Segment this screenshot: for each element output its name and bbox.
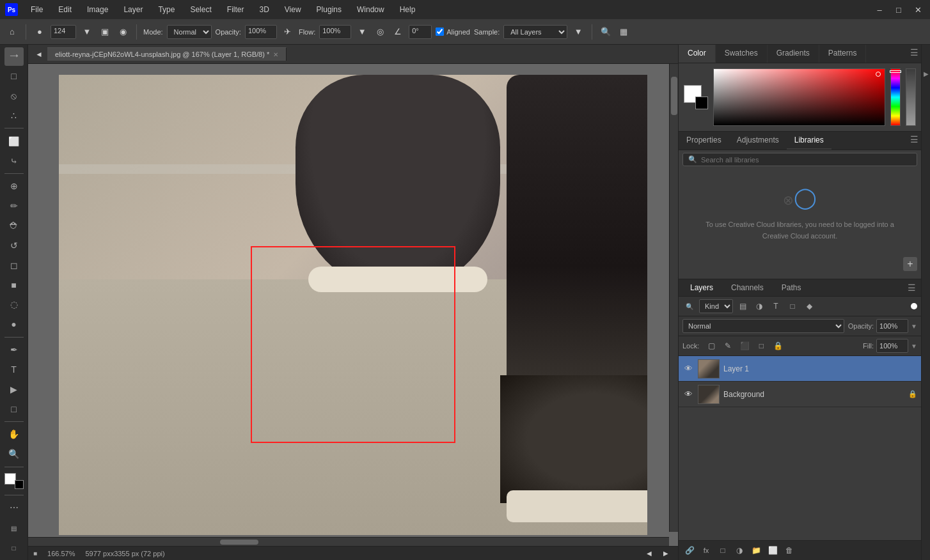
more-tools-btn[interactable]: ⋯ [4, 499, 24, 517]
tab-color[interactable]: Color [679, 45, 716, 63]
eyedropper-tool[interactable]: ⤷ [4, 152, 24, 170]
zoom-tool[interactable]: 🔍 [4, 445, 24, 463]
sample-options-icon[interactable]: ▼ [571, 25, 585, 39]
shape-tool[interactable]: □ [4, 400, 24, 418]
brush-toggle-icon[interactable]: ▣ [98, 25, 112, 39]
move-tool[interactable]: ⭢ [4, 47, 24, 66]
libraries-search-input[interactable] [701, 156, 911, 164]
layers-tab-layers[interactable]: Layers [681, 279, 722, 296]
layers-fill-chevron[interactable]: ▼ [911, 343, 917, 350]
flow-options-icon[interactable]: ▼ [355, 25, 369, 39]
hand-tool[interactable]: ✋ [4, 425, 24, 444]
layers-adjustment-btn[interactable]: ◑ [732, 543, 746, 557]
flow-input[interactable]: 100% [319, 25, 351, 39]
lock-position-btn[interactable]: ⬛ [737, 339, 752, 353]
menu-edit[interactable]: Edit [56, 4, 74, 15]
layers-filter-toggle[interactable] [911, 303, 917, 309]
fg-bg-swatches[interactable] [684, 85, 708, 109]
layers-kind-select[interactable]: Kind [699, 299, 733, 313]
opacity-bar[interactable] [906, 68, 916, 126]
background-color-swatch[interactable] [15, 480, 24, 489]
clone-stamp-icon[interactable]: ◉ [116, 25, 130, 39]
sample-select[interactable]: All Layers [503, 25, 567, 39]
quick-select-tool[interactable]: ∴ [4, 107, 24, 125]
menu-image[interactable]: Image [84, 4, 111, 15]
lock-transparent-btn[interactable]: ▢ [704, 339, 718, 353]
tab-gradients[interactable]: Gradients [768, 45, 819, 63]
arrangement-icon[interactable]: ▦ [617, 25, 631, 39]
brush-preset-icon[interactable]: ▼ [80, 25, 94, 39]
stamp-tool[interactable]: ⛑ [4, 217, 24, 235]
menu-select[interactable]: Select [187, 4, 214, 15]
path-select-tool[interactable]: ▶ [4, 380, 24, 398]
tab-adjustments[interactable]: Adjustments [729, 132, 787, 150]
aligned-checkbox[interactable] [436, 27, 444, 36]
mode-select[interactable]: Normal [167, 25, 212, 39]
lock-pixels-btn[interactable]: ✎ [721, 339, 735, 353]
tab-swatches[interactable]: Swatches [716, 45, 768, 63]
maximize-button[interactable]: □ [892, 3, 906, 17]
hue-bar[interactable] [890, 68, 901, 126]
layers-filter-type-btn[interactable]: T [769, 299, 783, 313]
minimize-button[interactable]: – [872, 3, 887, 17]
layers-filter-smart-btn[interactable]: ◆ [802, 299, 816, 313]
prop-panel-menu[interactable]: ☰ [908, 132, 921, 150]
layers-filter-adjust-btn[interactable]: ◑ [752, 299, 766, 313]
eraser-tool[interactable]: ◻ [4, 256, 24, 274]
gradient-tool[interactable]: ■ [4, 276, 24, 294]
hue-bar-container[interactable] [890, 68, 901, 126]
menu-view[interactable]: View [282, 4, 304, 15]
tab-patterns[interactable]: Patterns [819, 45, 867, 63]
angle-icon[interactable]: ∠ [391, 25, 405, 39]
layers-mask-btn[interactable]: □ [716, 543, 730, 557]
menu-layer[interactable]: Layer [121, 4, 145, 15]
horizontal-scrollbar[interactable] [28, 537, 669, 546]
menu-window[interactable]: Window [354, 4, 387, 15]
lasso-tool[interactable]: ⦸ [4, 87, 24, 105]
type-tool[interactable]: T [4, 361, 24, 379]
foreground-background-colors[interactable] [4, 473, 24, 489]
menu-type[interactable]: Type [155, 4, 177, 15]
menu-filter[interactable]: Filter [225, 4, 247, 15]
background-swatch[interactable] [695, 97, 708, 109]
layer1-visibility-toggle[interactable]: 👁 [682, 363, 694, 375]
tab-properties[interactable]: Properties [679, 132, 729, 150]
canvas-tab[interactable]: eliott-reyna-jCEpN62oWL4-unsplash.jpg @ … [47, 47, 287, 61]
layers-delete-btn[interactable]: 🗑 [782, 543, 796, 557]
color-spectrum[interactable] [713, 68, 885, 126]
crop-tool[interactable]: ⬜ [4, 132, 24, 150]
layers-filter-pixel-btn[interactable]: ▤ [736, 299, 750, 313]
status-arrow-left[interactable]: ◀ [642, 547, 656, 561]
layers-tab-paths[interactable]: Paths [773, 279, 810, 296]
background-visibility-toggle[interactable]: 👁 [682, 389, 694, 400]
layers-new-btn[interactable]: ⬜ [766, 543, 780, 557]
close-button[interactable]: ✕ [911, 3, 925, 17]
layer-item-layer1[interactable]: 👁 Layer 1 [679, 356, 921, 382]
pen-tool[interactable]: ✒ [4, 341, 24, 359]
vertical-scrollbar[interactable] [669, 64, 678, 532]
screen-mode-btn[interactable]: □ [4, 539, 24, 557]
layers-link-btn[interactable]: 🔗 [682, 543, 697, 557]
brush-tool[interactable]: ✏ [4, 197, 24, 215]
selection-tool[interactable]: □ [4, 67, 24, 86]
layers-fill-input[interactable] [876, 339, 908, 353]
layers-opacity-input[interactable] [876, 319, 908, 333]
layers-panel-menu[interactable]: ☰ [905, 280, 918, 295]
history-brush-tool[interactable]: ↺ [4, 237, 24, 255]
layers-fx-btn[interactable]: fx [699, 543, 713, 557]
right-collapse-panel[interactable]: ▶ [921, 45, 930, 560]
layers-tab-channels[interactable]: Channels [722, 279, 773, 296]
home-icon[interactable]: ⌂ [5, 25, 19, 39]
layers-filter-shape-btn[interactable]: □ [785, 299, 800, 313]
tab-libraries[interactable]: Libraries [787, 132, 831, 150]
libraries-add-button[interactable]: + [903, 257, 917, 271]
color-gradient-picker[interactable] [713, 68, 885, 126]
horizontal-scroll-thumb[interactable] [220, 540, 258, 545]
healing-brush-tool[interactable]: ⊕ [4, 177, 24, 196]
lock-all-btn[interactable]: 🔒 [771, 339, 785, 353]
blur-tool[interactable]: ◌ [4, 295, 24, 314]
lock-artboard-btn[interactable]: □ [754, 339, 768, 353]
menu-3d[interactable]: 3D [256, 4, 271, 15]
vertical-scroll-thumb[interactable] [671, 77, 677, 115]
layers-blend-select[interactable]: Normal [682, 319, 844, 333]
